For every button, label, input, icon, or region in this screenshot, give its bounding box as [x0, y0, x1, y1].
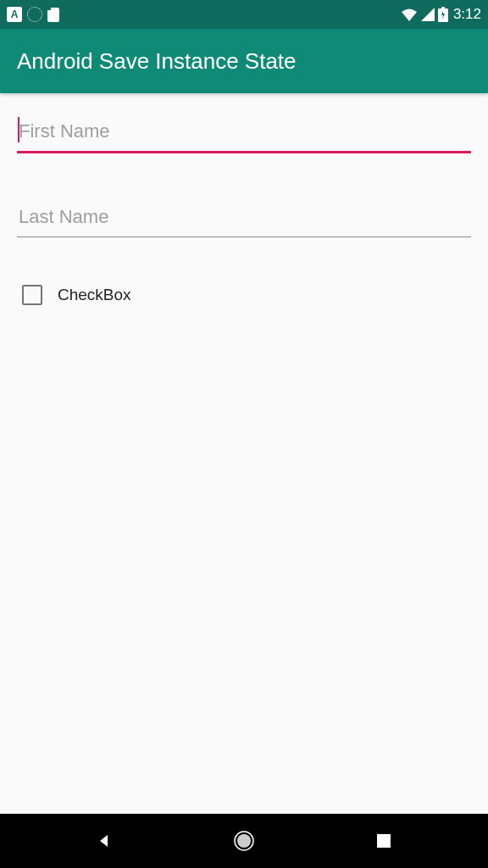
first-name-group — [17, 115, 471, 153]
sd-card-icon — [47, 8, 59, 22]
app-bar: Android Save Instance State — [0, 29, 488, 93]
last-name-input[interactable] — [17, 201, 471, 236]
checkbox-box[interactable] — [22, 285, 42, 305]
app-title: Android Save Instance State — [17, 48, 297, 75]
recent-icon — [375, 832, 392, 849]
recent-button[interactable] — [367, 824, 401, 858]
last-name-underline — [17, 236, 471, 237]
back-button[interactable] — [87, 824, 121, 858]
home-icon — [232, 829, 256, 853]
wifi-icon — [401, 8, 418, 21]
checkbox-row[interactable]: CheckBox — [17, 285, 471, 305]
first-name-underline — [17, 151, 471, 153]
status-left: A — [7, 7, 59, 22]
status-bar: A 3:12 — [0, 0, 488, 29]
loading-icon — [27, 7, 42, 22]
cellular-icon — [421, 8, 435, 21]
status-time: 3:12 — [453, 6, 481, 23]
text-cursor — [18, 117, 19, 142]
back-icon — [95, 832, 114, 850]
status-right: 3:12 — [401, 6, 481, 23]
svg-rect-4 — [377, 834, 391, 848]
battery-icon — [438, 7, 448, 22]
svg-point-3 — [237, 834, 251, 848]
first-name-input[interactable] — [17, 115, 471, 151]
last-name-group — [17, 201, 471, 237]
keyboard-icon: A — [7, 7, 22, 22]
navigation-bar — [0, 814, 488, 868]
svg-rect-1 — [441, 7, 445, 9]
content-area: CheckBox — [0, 93, 488, 814]
checkbox-label: CheckBox — [58, 286, 131, 304]
home-button[interactable] — [227, 824, 261, 858]
